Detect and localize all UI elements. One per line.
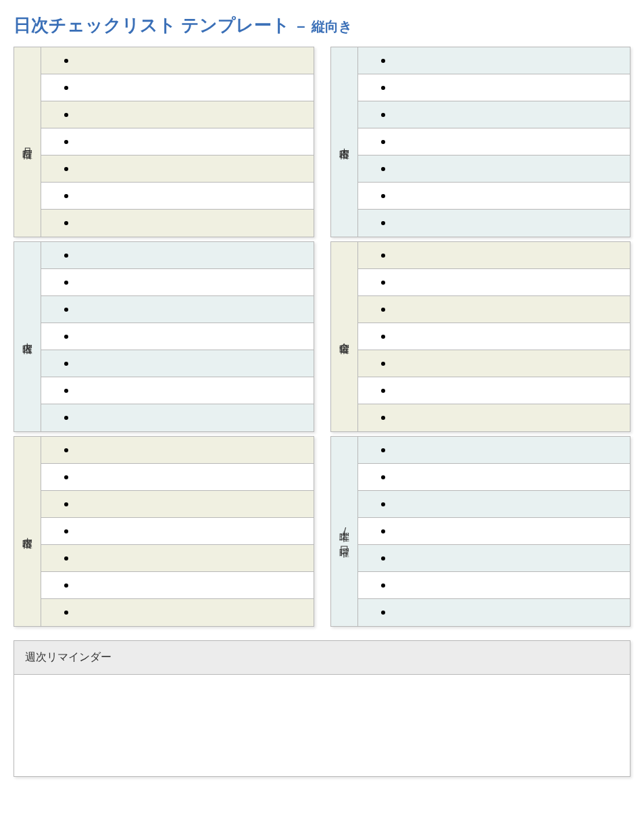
bullet-icon xyxy=(64,335,68,339)
bullet-icon xyxy=(64,86,68,90)
checklist-row[interactable] xyxy=(358,183,630,210)
checklist-row[interactable] xyxy=(41,47,314,74)
checklist-row[interactable] xyxy=(41,599,314,626)
bullet-icon xyxy=(381,194,385,198)
checklist-row[interactable] xyxy=(358,491,630,518)
bullet-icon xyxy=(64,221,68,225)
checklist-row[interactable] xyxy=(41,210,314,237)
bullet-icon xyxy=(64,389,68,393)
day-block-satsun: 土曜/日曜 xyxy=(330,436,631,627)
checklist-row[interactable] xyxy=(41,156,314,183)
checklist-row[interactable] xyxy=(358,242,630,269)
checklist-row[interactable] xyxy=(41,518,314,545)
checklist-row[interactable] xyxy=(41,242,314,269)
bullet-icon xyxy=(64,254,68,258)
day-label-fri: 金曜日 xyxy=(331,242,358,431)
checklist-columns: 月曜日火曜日水曜日 木曜日金曜日土曜/日曜 xyxy=(14,47,630,627)
checklist-row[interactable] xyxy=(41,377,314,404)
checklist-row[interactable] xyxy=(41,572,314,599)
day-rows-satsun xyxy=(358,437,630,626)
checklist-row[interactable] xyxy=(358,323,630,350)
day-rows-fri xyxy=(358,242,630,431)
checklist-row[interactable] xyxy=(358,599,630,626)
checklist-row[interactable] xyxy=(358,377,630,404)
bullet-icon xyxy=(381,86,385,90)
day-rows-tue xyxy=(41,242,314,431)
checklist-row[interactable] xyxy=(358,269,630,296)
bullet-icon xyxy=(64,502,68,506)
bullet-icon xyxy=(381,448,385,452)
checklist-row[interactable] xyxy=(358,572,630,599)
checklist-row[interactable] xyxy=(358,74,630,101)
checklist-row[interactable] xyxy=(41,296,314,323)
page-title-sub: 縦向き xyxy=(312,18,352,36)
checklist-row[interactable] xyxy=(41,464,314,491)
day-block-wed: 水曜日 xyxy=(14,436,314,627)
checklist-row[interactable] xyxy=(358,350,630,377)
checklist-row[interactable] xyxy=(41,404,314,431)
bullet-icon xyxy=(64,113,68,117)
bullet-icon xyxy=(381,362,385,366)
bullet-icon xyxy=(64,308,68,312)
bullet-icon xyxy=(381,113,385,117)
bullet-icon xyxy=(381,140,385,144)
bullet-icon xyxy=(381,583,385,588)
checklist-row[interactable] xyxy=(358,128,630,156)
checklist-row[interactable] xyxy=(41,128,314,156)
checklist-row[interactable] xyxy=(358,210,630,237)
bullet-icon xyxy=(64,583,68,588)
day-block-thu: 木曜日 xyxy=(330,47,631,237)
bullet-icon xyxy=(381,335,385,339)
bullet-icon xyxy=(64,556,68,560)
checklist-row[interactable] xyxy=(41,74,314,101)
page-title-dash: – xyxy=(297,18,305,35)
bullet-icon xyxy=(64,167,68,171)
bullet-icon xyxy=(64,475,68,479)
bullet-icon xyxy=(381,475,385,479)
bullet-icon xyxy=(64,59,68,63)
bullet-icon xyxy=(381,502,385,506)
checklist-row[interactable] xyxy=(358,47,630,74)
weekly-reminder-body[interactable] xyxy=(14,675,630,776)
weekly-reminder: 週次リマインダー xyxy=(14,640,630,777)
bullet-icon xyxy=(381,389,385,393)
bullet-icon xyxy=(64,416,68,420)
day-rows-wed xyxy=(41,437,314,626)
checklist-row[interactable] xyxy=(41,437,314,464)
bullet-icon xyxy=(381,167,385,171)
bullet-icon xyxy=(381,281,385,285)
bullet-icon xyxy=(64,281,68,285)
checklist-row[interactable] xyxy=(358,404,630,431)
bullet-icon xyxy=(381,529,385,533)
checklist-row[interactable] xyxy=(41,269,314,296)
bullet-icon xyxy=(381,59,385,63)
day-block-mon: 月曜日 xyxy=(14,47,314,237)
bullet-icon xyxy=(381,308,385,312)
checklist-row[interactable] xyxy=(41,545,314,572)
bullet-icon xyxy=(64,529,68,533)
checklist-row[interactable] xyxy=(41,323,314,350)
checklist-row[interactable] xyxy=(41,350,314,377)
bullet-icon xyxy=(64,448,68,452)
checklist-row[interactable] xyxy=(358,437,630,464)
bullet-icon xyxy=(381,416,385,420)
day-label-satsun: 土曜/日曜 xyxy=(331,437,358,626)
checklist-row[interactable] xyxy=(41,101,314,128)
checklist-row[interactable] xyxy=(358,464,630,491)
day-rows-mon xyxy=(41,47,314,237)
checklist-row[interactable] xyxy=(41,183,314,210)
checklist-row[interactable] xyxy=(358,545,630,572)
checklist-row[interactable] xyxy=(358,296,630,323)
bullet-icon xyxy=(381,611,385,615)
checklist-row[interactable] xyxy=(358,101,630,128)
day-block-fri: 金曜日 xyxy=(330,241,631,432)
bullet-icon xyxy=(64,362,68,366)
checklist-row[interactable] xyxy=(41,491,314,518)
checklist-row[interactable] xyxy=(358,518,630,545)
checklist-row[interactable] xyxy=(358,156,630,183)
weekly-reminder-header: 週次リマインダー xyxy=(14,641,630,675)
bullet-icon xyxy=(381,556,385,560)
page-title-main: 日次チェックリスト テンプレート xyxy=(14,14,290,37)
day-label-wed: 水曜日 xyxy=(14,437,41,626)
page-title-row: 日次チェックリスト テンプレート – 縦向き xyxy=(14,14,630,37)
